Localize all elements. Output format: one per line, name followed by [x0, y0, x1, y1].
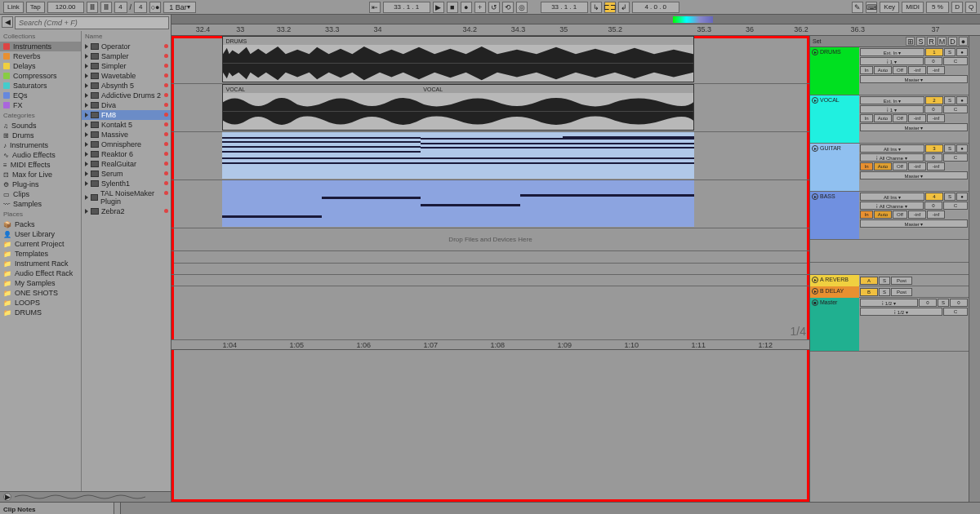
send-amount[interactable]: 1 — [925, 48, 943, 56]
master-solo[interactable]: S — [938, 299, 949, 307]
record-icon[interactable]: ● — [461, 2, 472, 13]
master-zero[interactable]: 0 — [950, 299, 968, 307]
cat-sounds[interactable]: ♫ Sounds — [0, 121, 81, 131]
device-item[interactable]: Diva — [82, 100, 171, 110]
cue-button[interactable]: C — [943, 105, 968, 113]
master-cue[interactable]: C — [943, 308, 968, 316]
detail-scrollbar[interactable] — [114, 503, 121, 514]
track-name[interactable]: ▸VOCAL — [810, 95, 859, 104]
track-play-icon[interactable]: ▸ — [812, 49, 818, 55]
input-type[interactable]: All Ins ▾ — [860, 144, 924, 153]
track-lane-return-a[interactable] — [172, 264, 809, 275]
loop-switch-icon[interactable]: ⊏⊐ — [604, 2, 616, 13]
track-header[interactable]: ▸VOCAL — [810, 95, 859, 143]
track-lane-return-b[interactable] — [172, 275, 809, 286]
place-one-shots[interactable]: 📁 ONE SHOTS — [0, 288, 81, 298]
returns-section-icon[interactable]: R — [927, 37, 936, 46]
send-value[interactable]: 0 — [924, 202, 942, 210]
return-play-icon[interactable]: ▸ — [812, 288, 818, 295]
draw-mode-icon[interactable]: ✎ — [852, 2, 863, 13]
place-packs[interactable]: 📦 Packs — [0, 219, 81, 229]
return-header[interactable]: ▸B DELAY — [810, 286, 859, 298]
bar-ruler[interactable]: 32.43333.233.33434.234.33535.235.33636.2… — [172, 24, 980, 36]
metronome-icon[interactable]: ○● — [149, 2, 161, 13]
expand-icon[interactable] — [85, 142, 88, 147]
cat-max-for-live[interactable]: ⊡ Max for Live — [0, 170, 81, 179]
master-header[interactable]: ■Master — [810, 298, 859, 351]
follow-icon[interactable]: ⇤ — [369, 2, 381, 13]
device-item[interactable]: Reaktor 6 — [82, 149, 171, 159]
expand-icon[interactable] — [85, 152, 88, 157]
return-header[interactable]: ▸A REVERB — [810, 275, 859, 286]
expand-icon[interactable] — [85, 64, 88, 69]
track-play-icon[interactable]: ▸ — [812, 193, 818, 200]
clip-header[interactable]: DRUMS — [223, 37, 693, 45]
output-routing[interactable]: Master ▾ — [860, 123, 968, 131]
expand-icon[interactable] — [85, 132, 88, 137]
reenable-automation-icon[interactable]: ⟲ — [502, 2, 514, 13]
cue-button[interactable]: C — [943, 153, 968, 162]
cat-samples[interactable]: 〰 Samples — [0, 199, 81, 209]
tap-button[interactable]: Tap — [26, 2, 45, 13]
collection-saturators[interactable]: Saturators — [0, 81, 81, 91]
cue-button[interactable]: C — [943, 57, 968, 65]
device-item[interactable]: Kontakt 5 — [82, 120, 171, 130]
solo-button[interactable]: S — [944, 96, 956, 104]
clip-guitar[interactable] — [222, 132, 694, 179]
monitor-in[interactable]: In — [860, 162, 873, 171]
io-section-icon[interactable]: ⊞ — [906, 37, 915, 46]
track-lane-bass[interactable] — [172, 180, 809, 228]
disk-overload-d[interactable]: D — [951, 2, 963, 13]
monitor-off[interactable]: Off — [893, 210, 907, 219]
return-send[interactable]: B — [860, 288, 878, 296]
track-header[interactable]: ▸DRUMS — [810, 47, 859, 95]
place-my-samples[interactable]: 📁 My Samples — [0, 278, 81, 288]
place-loops[interactable]: 📁 LOOPS — [0, 298, 81, 308]
cue-button[interactable]: C — [943, 202, 968, 210]
device-drop-area[interactable]: Drop Audio Effects Here — [121, 503, 980, 514]
preview-play-icon[interactable]: ▶ — [3, 493, 11, 501]
place-instrument-rack[interactable]: 📁 Instrument Rack — [0, 259, 81, 268]
track-name[interactable]: ▸DRUMS — [810, 47, 859, 56]
clip-header-2[interactable]: VOCAL — [421, 85, 445, 93]
rec-arm-icon[interactable]: ● — [956, 96, 968, 104]
input-channel[interactable]: ⅰ All Channe ▾ — [860, 153, 924, 162]
capture-icon[interactable]: ◎ — [516, 2, 528, 13]
device-item[interactable]: Addictive Drums 2 — [82, 91, 171, 100]
return-post[interactable]: Post — [891, 288, 912, 296]
input-channel[interactable]: ⅰ All Channe ▾ — [860, 202, 924, 210]
rec-arm-icon[interactable]: ● — [956, 193, 968, 201]
monitor-off[interactable]: Off — [893, 66, 907, 74]
automation-arm-icon[interactable]: ↺ — [488, 2, 500, 13]
tracks-content[interactable]: DRUMS VOCAL VOCAL — [172, 36, 809, 502]
return-solo[interactable]: S — [879, 277, 890, 285]
cat-midi-effects[interactable]: ≡ MIDI Effects — [0, 160, 81, 170]
midi-map-button[interactable]: MIDI — [902, 2, 924, 13]
expand-icon[interactable] — [85, 83, 88, 88]
output-routing[interactable]: Master ▾ — [860, 219, 968, 228]
cat-clips[interactable]: ▭ Clips — [0, 189, 81, 199]
cat-plugins[interactable]: ⚙ Plug-ins — [0, 179, 81, 189]
device-item[interactable]: Simpler — [82, 61, 171, 71]
send-amount[interactable]: 2 — [925, 96, 943, 104]
tempo-field[interactable]: 120.00 — [47, 2, 84, 13]
track-play-icon[interactable]: ▸ — [812, 145, 818, 152]
device-item[interactable]: Omnisphere — [82, 140, 171, 149]
search-input[interactable]: Search (Cmd + F) — [15, 16, 169, 29]
browser-back-icon[interactable]: ◀ — [2, 16, 13, 28]
send-value[interactable]: 0 — [924, 153, 942, 162]
rec-arm-icon[interactable]: ● — [956, 144, 968, 153]
track-header[interactable]: ▸BASS — [810, 192, 859, 239]
monitor-off[interactable]: Off — [893, 162, 907, 171]
return-solo[interactable]: S — [879, 288, 890, 296]
overdub-icon[interactable]: + — [474, 2, 486, 13]
sends-section-icon[interactable]: S — [916, 37, 925, 46]
punch-in-icon[interactable]: ↳ — [590, 2, 602, 13]
play-icon[interactable]: ▶ — [433, 2, 444, 13]
punch-out-icon[interactable]: ↲ — [618, 2, 630, 13]
send-amount[interactable]: 4 — [925, 193, 943, 201]
place-drums[interactable]: 📁 DRUMS — [0, 308, 81, 317]
expand-icon[interactable] — [85, 181, 88, 186]
expand-icon[interactable] — [85, 54, 88, 59]
collection-delays[interactable]: Delays — [0, 61, 81, 71]
